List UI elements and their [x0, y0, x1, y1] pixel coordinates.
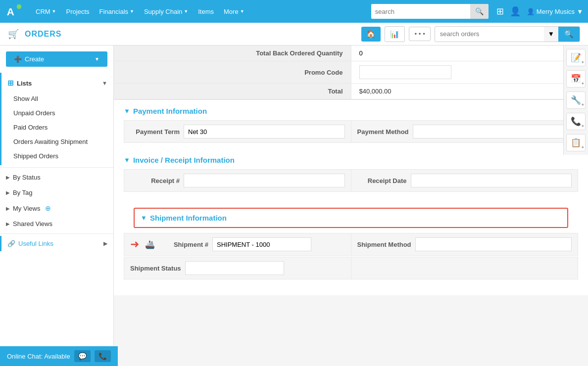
shipment-status-input[interactable] [185, 261, 284, 275]
shipment-section-header[interactable]: ▼ Shipment Information [134, 208, 568, 228]
sidebar-item-show-all[interactable]: Show All [1, 92, 113, 106]
tools-button[interactable]: 🔧 + [566, 92, 586, 109]
lists-arrow: ▼ [102, 80, 107, 86]
useful-links-arrow: ▶ [103, 240, 107, 247]
tools-icon: 🔧 [571, 95, 581, 105]
payment-form: Payment Term Payment Method [114, 120, 588, 149]
promo-code-input[interactable] [359, 65, 451, 79]
nav-icons: ⊞ 👤 👤 Merry Musics ▼ [496, 6, 583, 17]
nav-more[interactable]: More ▼ [220, 6, 248, 17]
back-ordered-section: Total Back Ordered Quantity 0 Promo Code… [114, 46, 588, 100]
search-orders-button[interactable]: 🔍 [558, 27, 580, 42]
receipt-num-cell: Receipt # [124, 170, 351, 191]
shipment-header-wrapper: ▼ Shipment Information [114, 198, 588, 228]
total-amount-label: Total [114, 84, 351, 99]
lists-section: ⊞ Lists ▼ Show All Unpaid Orders Paid Or… [0, 73, 113, 165]
shipment-icon: 🚢 [145, 240, 155, 249]
payment-collapse-arrow: ▼ [124, 107, 130, 115]
shipment-status-row: Shipment Status [124, 257, 578, 279]
user-avatar-icon: 👤 [527, 8, 535, 15]
sidebar-item-paid-orders[interactable]: Paid Orders [1, 120, 113, 135]
calendar-plus: + [582, 81, 584, 86]
my-views-add-icon: ⊕ [45, 204, 51, 212]
chat-button[interactable]: 💬 [74, 350, 91, 362]
nav-projects[interactable]: Projects [62, 6, 94, 17]
payment-term-input[interactable] [184, 125, 345, 138]
global-search-button[interactable]: 🔍 [470, 4, 489, 19]
notes-plus: + [582, 145, 584, 150]
invoice-section-header[interactable]: ▼ Invoice / Receipt Information [114, 149, 588, 169]
receipt-date-cell: Receipt Date [351, 170, 578, 191]
create-dropdown-arrow: ▼ [95, 56, 99, 62]
top-navigation: A CRM ▼ Projects Financials ▼ Supply Cha… [0, 0, 588, 23]
phone-plus: + [582, 124, 584, 129]
receipt-num-input[interactable] [184, 174, 345, 187]
user-icon[interactable]: 👤 [510, 6, 521, 17]
my-views-arrow: ▶ [6, 206, 10, 211]
right-panel: 📝 + 📅 + 🔧 + 📞 + 📋 + [563, 46, 588, 155]
my-views-section[interactable]: ▶ My Views ⊕ [0, 200, 113, 216]
invoice-collapse-arrow: ▼ [124, 156, 130, 164]
shipment-section-title: Shipment Information [150, 214, 227, 222]
phone-button[interactable]: 📞 + [566, 113, 586, 130]
lists-header[interactable]: ⊞ Lists ▼ [1, 75, 113, 92]
search-orders-container: ▼ 🔍 [435, 26, 580, 42]
calendar-icon: 📅 [571, 74, 581, 84]
global-search-input[interactable] [371, 4, 470, 19]
payment-section-title: Payment Information [133, 107, 207, 115]
edit-note-button[interactable]: 📝 + [566, 49, 586, 66]
receipt-date-input[interactable] [411, 174, 572, 187]
payment-row: Payment Term Payment Method [124, 120, 578, 143]
orders-icon: 🛒 [8, 29, 19, 40]
create-button[interactable]: ➕ Create ▼ [6, 51, 107, 67]
nav-financials[interactable]: Financials ▼ [96, 6, 138, 17]
app-logo[interactable]: A [5, 2, 24, 21]
shared-views-section[interactable]: ▶ Shared Views [0, 216, 113, 231]
receipt-num-label: Receipt # [130, 177, 180, 184]
shipment-num-input[interactable] [212, 237, 311, 251]
sidebar: ➕ Create ▼ ⊞ Lists ▼ Show All Unpaid Ord… [0, 46, 114, 366]
payment-method-input[interactable] [413, 125, 572, 138]
nav-items: CRM ▼ Projects Financials ▼ Supply Chain… [32, 6, 363, 17]
payment-method-label: Payment Method [357, 128, 409, 136]
chart-button[interactable]: 📊 [385, 26, 405, 42]
more-options-button[interactable]: • • • [409, 27, 430, 41]
sidebar-item-orders-awaiting[interactable]: Orders Awaiting Shipment [1, 135, 113, 149]
main-content: Total Back Ordered Quantity 0 Promo Code… [114, 46, 588, 366]
grid-icon[interactable]: ⊞ [496, 6, 504, 17]
payment-section-header[interactable]: ▼ Payment Information [114, 100, 588, 120]
shipment-num-label: Shipment # [159, 241, 208, 248]
page-title: ORDERS [25, 30, 355, 39]
shipment-num-row: ➜ 🚢 Shipment # Shipment Method [124, 233, 578, 256]
nav-crm[interactable]: CRM ▼ [32, 6, 60, 17]
shipment-form: ➜ 🚢 Shipment # Shipment Method Shipment … [114, 233, 588, 285]
by-tag-section[interactable]: ▶ By Tag [0, 185, 113, 200]
svg-text:A: A [7, 6, 14, 17]
sidebar-item-unpaid-orders[interactable]: Unpaid Orders [1, 106, 113, 120]
invoice-section-title: Invoice / Receipt Information [133, 156, 235, 164]
global-search: 🔍 [371, 4, 489, 19]
home-button[interactable]: 🏠 [361, 27, 381, 42]
notes-button[interactable]: 📋 + [566, 134, 586, 151]
calendar-button[interactable]: 📅 + [566, 70, 586, 88]
useful-links-section[interactable]: 🔗 Useful Links ▶ [0, 236, 113, 251]
total-back-ordered-label: Total Back Ordered Quantity [114, 46, 351, 61]
promo-code-row: Promo Code [114, 61, 588, 84]
link-icon: 🔗 [7, 240, 15, 247]
user-menu[interactable]: 👤 Merry Musics ▼ [527, 8, 583, 15]
total-back-ordered-row: Total Back Ordered Quantity 0 [114, 46, 588, 61]
more-dropdown-arrow: ▼ [240, 9, 245, 14]
search-orders-dropdown[interactable]: ▼ [544, 27, 558, 42]
sidebar-item-shipped-orders[interactable]: Shipped Orders [1, 149, 113, 163]
shared-views-arrow: ▶ [6, 221, 10, 227]
shipment-status-cell: Shipment Status [124, 257, 351, 279]
nav-items[interactable]: Items [194, 6, 218, 17]
nav-supply-chain[interactable]: Supply Chain ▼ [140, 6, 192, 17]
search-orders-input[interactable] [435, 30, 544, 38]
chat-phone-button[interactable]: 📞 [95, 350, 111, 362]
phone-icon: 📞 [571, 116, 581, 127]
total-amount-row: Total $40,000.00 [114, 84, 588, 99]
shipment-method-input[interactable] [415, 237, 572, 251]
by-status-section[interactable]: ▶ By Status [0, 170, 113, 185]
total-back-ordered-value: 0 [351, 46, 588, 61]
